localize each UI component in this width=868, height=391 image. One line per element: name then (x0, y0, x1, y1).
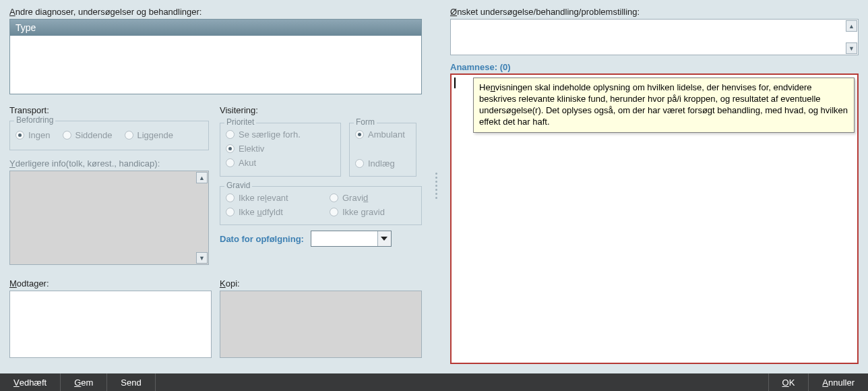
radio-ambulant[interactable]: Ambulant (355, 127, 410, 142)
ok-button[interactable]: OK (768, 373, 809, 391)
scroll-down-icon[interactable]: ▼ (196, 252, 208, 264)
diagnoses-label: Andre diagnoser, undersøgelser og behand… (9, 7, 422, 17)
date-followup-combo[interactable] (311, 231, 392, 247)
scroll-up-icon[interactable]: ▲ (196, 172, 208, 183)
diagnoses-list-header: Type (10, 20, 421, 36)
text-cursor (454, 78, 456, 88)
radio-akut[interactable]: Akut (226, 156, 335, 170)
radio-se-saerlige[interactable]: Se særlige forh. (226, 127, 335, 142)
kopi-box[interactable] (220, 291, 422, 358)
diagnoses-list[interactable]: Type (9, 19, 422, 94)
annuller-button[interactable]: Annuller (808, 373, 868, 391)
date-followup-label: Dato for opfølgning: (220, 234, 304, 244)
kopi-label: Kopi: (220, 278, 422, 289)
onsket-label: Ønsket undersøgelse/behandling/problemst… (450, 7, 859, 17)
befordring-legend: Befordring (14, 115, 55, 125)
radio-gravid[interactable]: Gravid (330, 191, 368, 205)
radio-indlaeg[interactable]: Indlæg (355, 156, 410, 171)
gravid-legend: Gravid (224, 181, 252, 190)
radio-elektiv[interactable]: Elektiv (226, 142, 335, 156)
anamnese-textarea[interactable]: Henvisningen skal indeholde oplysning om… (450, 73, 859, 364)
footer-bar: Vedhæft Gem Send OK Annuller (0, 373, 868, 391)
transport-label: Transport: (9, 105, 209, 115)
send-button[interactable]: Send (107, 373, 155, 391)
prioritet-legend: Prioritet (224, 117, 256, 127)
anamnese-label: Anamnese: (0) (450, 62, 859, 72)
yderligere-textarea[interactable]: ▲ ▼ (9, 171, 209, 265)
form-legend: Form (354, 117, 377, 127)
yderligere-label: Yderligere info(tolk, kørest., handicap)… (9, 158, 209, 169)
radio-ikke-gravid[interactable]: Ikke gravid (330, 205, 385, 219)
modtager-label: Modtager: (9, 278, 212, 289)
prioritet-fieldset: Prioritet Se særlige forh. Elektiv Akut (220, 123, 341, 177)
onsket-textarea[interactable]: ▲ ▼ (450, 19, 859, 55)
radio-ingen[interactable]: Ingen (16, 128, 51, 142)
visitering-label: Visitering: (220, 105, 422, 115)
radio-ikke-udfyldt[interactable]: Ikke udfyldt (226, 205, 313, 219)
radio-liggende[interactable]: Liggende (125, 128, 174, 142)
befordring-fieldset: Befordring Ingen Siddende Liggende (9, 121, 209, 150)
chevron-down-icon[interactable] (377, 231, 391, 246)
scroll-up-icon[interactable]: ▲ (846, 20, 857, 32)
radio-ikke-relevant[interactable]: Ikke relevant (226, 191, 313, 205)
modtager-box[interactable] (9, 291, 212, 358)
splitter-grip[interactable] (434, 7, 438, 364)
vedhaeft-button[interactable]: Vedhæft (0, 373, 61, 391)
anamnese-tooltip: Henvisningen skal indeholde oplysning om… (473, 78, 855, 133)
gravid-fieldset: Gravid Ikke relevant Gravid Ikke udfyldt… (220, 186, 422, 225)
scroll-down-icon[interactable]: ▼ (846, 42, 857, 54)
gem-button[interactable]: Gem (61, 373, 107, 391)
radio-siddende[interactable]: Siddende (63, 128, 113, 142)
form-fieldset: Form Ambulant Indlæg (349, 123, 416, 177)
